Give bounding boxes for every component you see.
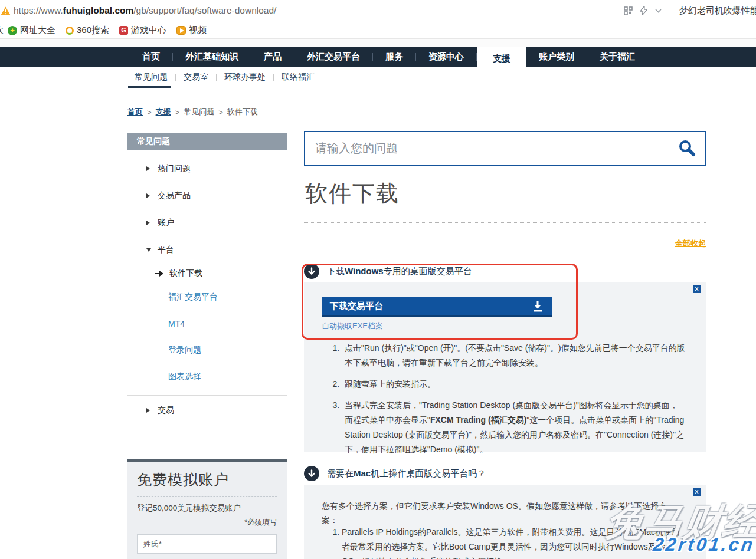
triangle-right-icon xyxy=(146,166,150,171)
browser-window: https://www.fuhuiglobal.com/gb/support/f… xyxy=(0,0,756,559)
mac-options-list: Parallels IP Holdings的Parallels。这是第三方软件，… xyxy=(330,525,686,559)
address-bar-row: https://www.fuhuiglobal.com/gb/support/f… xyxy=(0,0,756,21)
sidebar-link-mt4[interactable]: MT4 xyxy=(127,310,287,337)
last-name-field[interactable] xyxy=(137,534,277,554)
section-windows-download-header[interactable]: 下载Windows专用的桌面版交易平台 xyxy=(304,264,472,279)
divider xyxy=(137,496,277,497)
search-icon xyxy=(678,139,696,157)
divider xyxy=(127,390,287,396)
install-steps-list: 点击"Run (执行)"或"Open (开)"。(不要点击"Save (储存)"… xyxy=(330,341,686,463)
url-scheme: https://www. xyxy=(14,5,63,15)
demo-box-subtitle: 登记50,000美元模拟交易账户 xyxy=(137,503,277,514)
nav-item-forex-basics[interactable]: 外汇基础知识 xyxy=(173,47,251,67)
breadcrumb-faq: 常见问题 xyxy=(184,107,214,117)
breadcrumb-home[interactable]: 首页 xyxy=(127,107,143,117)
collapse-all-link[interactable]: 全部收起 xyxy=(675,238,706,249)
section-mac-body: X 您有多个选择方案，但它们要求客户安装Windows OS。假如您愿意这样做，… xyxy=(304,485,706,559)
triangle-right-icon xyxy=(146,221,150,225)
bookmarks-bar: 欢 + 网址大全 360搜索 G 游戏中心 视频 xyxy=(0,22,756,39)
qr-code-icon[interactable] xyxy=(624,6,633,15)
triangle-down-icon xyxy=(146,248,151,252)
browser-tab-title[interactable]: 梦幻老司机吹爆性能 xyxy=(679,5,756,17)
main-nav: 首页 外汇基础知识 产品 外汇交易平台 服务 资源中心 支援 账户类别 关于福汇 xyxy=(0,47,756,67)
plus-circle-icon: + xyxy=(8,26,17,35)
breadcrumb: 首页 > 支援 > 常见问题 > 软件下载 xyxy=(127,107,258,117)
address-bar-actions: 梦幻老司机吹爆性能 xyxy=(624,0,756,21)
search-input[interactable] xyxy=(305,132,705,165)
chevron-down-icon[interactable] xyxy=(655,9,662,13)
download-icon xyxy=(532,301,543,312)
subnav-item-faq[interactable]: 常见问题 xyxy=(135,72,175,83)
subnav-item-contact[interactable]: 联络福汇 xyxy=(274,72,322,83)
close-button[interactable]: X xyxy=(693,488,701,496)
breadcrumb-support[interactable]: 支援 xyxy=(156,107,171,117)
arrow-down-circle-icon xyxy=(304,264,319,279)
arrow-down-circle-icon xyxy=(304,466,319,481)
section-windows-download-body: X 下载交易平台 自动撷取EXE档案 点击"Run (执行)"或"Open (开… xyxy=(304,282,706,452)
sidebar-item-trading-products[interactable]: 交易产品 xyxy=(127,182,287,209)
mac-options-intro: 您有多个选择方案，但它们要求客户安装Windows OS。假如您愿意这样做，请参… xyxy=(322,499,682,527)
bookmark-video[interactable]: 视频 xyxy=(176,25,207,36)
sidebar-link-trading-station[interactable]: 福汇交易平台 xyxy=(127,284,287,310)
close-button[interactable]: X xyxy=(693,285,701,293)
address-bar[interactable]: https://www.fuhuiglobal.com/gb/support/f… xyxy=(14,0,276,21)
subnav-item-global-offices[interactable]: 环球办事处 xyxy=(217,72,273,83)
divider xyxy=(304,222,706,223)
required-note: *必须填写 xyxy=(137,518,277,528)
triangle-right-icon xyxy=(146,193,150,198)
search-button[interactable] xyxy=(675,137,699,160)
sidebar-link-login-issues[interactable]: 登录问题 xyxy=(127,337,287,363)
support-sub-nav: 常见问题 交易室 环球办事处 联络福汇 xyxy=(0,67,756,88)
url-domain: fuhuiglobal.com xyxy=(63,5,134,15)
ring-icon xyxy=(66,27,74,35)
list-item: Parallels IP Holdings的Parallels。这是第三方软件，… xyxy=(342,525,686,559)
subnav-item-trading-room[interactable]: 交易室 xyxy=(176,72,216,83)
nav-item-resources[interactable]: 资源中心 xyxy=(416,47,476,67)
divider xyxy=(672,5,672,17)
download-platform-button[interactable]: 下载交易平台 xyxy=(322,297,552,317)
game-center-icon: G xyxy=(119,26,128,35)
auto-exe-link[interactable]: 自动撷取EXE档案 xyxy=(322,321,383,331)
page-title: 软件下载 xyxy=(305,179,400,209)
sidebar-item-platform-expanded[interactable]: 平台 xyxy=(127,236,287,264)
demo-box-title: 免费模拟账户 xyxy=(137,470,277,489)
list-item: 点击"Run (执行)"或"Open (开)"。(不要点击"Save (储存)"… xyxy=(342,341,686,370)
nav-item-account-types[interactable]: 账户类别 xyxy=(526,47,587,67)
breadcrumb-current: 软件下载 xyxy=(227,107,258,117)
section-mac-header[interactable]: 需要在Mac机上操作桌面版交易平台吗？ xyxy=(304,466,486,481)
nav-item-about[interactable]: 关于福汇 xyxy=(587,47,647,67)
sidebar-item-trading[interactable]: 交易 xyxy=(127,396,287,425)
bookmark-game-center[interactable]: G 游戏中心 xyxy=(119,25,166,36)
bookmark-360-search[interactable]: 360搜索 xyxy=(66,25,109,36)
sidebar-link-chart-options[interactable]: 图表选择 xyxy=(127,363,287,390)
nav-item-products[interactable]: 产品 xyxy=(251,47,294,67)
security-warning-icon[interactable] xyxy=(1,6,11,18)
list-item: 当程式完全安装后，"Trading Station Desktop (桌面版交易… xyxy=(342,398,686,457)
lightning-icon[interactable] xyxy=(640,6,647,15)
active-subnav-underline xyxy=(128,86,171,88)
url-path: /gb/support/faq/software-download/ xyxy=(133,5,276,15)
clipped-bookmark-label[interactable]: 欢 xyxy=(0,25,4,36)
bookmark-site-directory[interactable]: + 网址大全 xyxy=(8,25,55,36)
nav-item-trading-platforms[interactable]: 外汇交易平台 xyxy=(294,47,372,67)
video-play-icon xyxy=(176,26,186,35)
arrow-right-icon xyxy=(155,271,163,277)
sidebar-item-hot-questions[interactable]: 热门问题 xyxy=(127,155,287,182)
nav-item-home[interactable]: 首页 xyxy=(130,47,172,67)
triangle-right-icon xyxy=(146,408,150,413)
list-item: 跟随萤幕上的安装指示。 xyxy=(342,377,686,392)
faq-sidebar: 常见问题 热门问题 交易产品 账户 平台 软件下载 福汇交易平台 xyxy=(127,133,287,425)
sidebar-item-account[interactable]: 账户 xyxy=(127,209,287,236)
sidebar-item-software-download-active[interactable]: 软件下载 xyxy=(127,264,287,284)
free-demo-account-box: 免费模拟账户 登记50,000美元模拟交易账户 *必须填写 xyxy=(127,459,287,559)
sidebar-header: 常见问题 xyxy=(127,133,287,150)
chrome-gap xyxy=(0,39,756,47)
question-search-box xyxy=(304,131,706,166)
nav-item-services[interactable]: 服务 xyxy=(373,47,415,67)
